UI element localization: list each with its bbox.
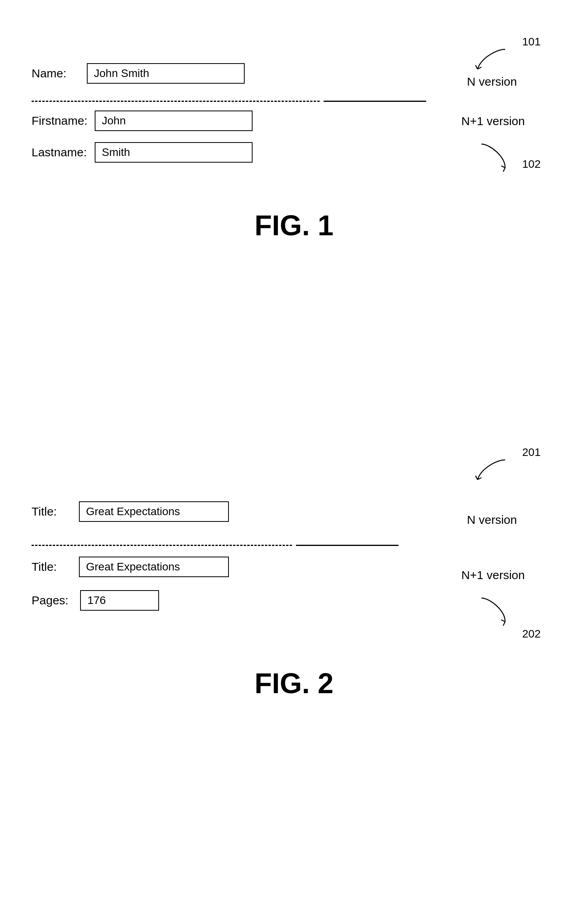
fig2-dashed-divider — [32, 545, 292, 546]
fig1-solid-divider — [324, 101, 426, 102]
name-input-box: John Smith — [87, 63, 245, 84]
lastname-input-box: Smith — [95, 142, 253, 163]
fig1-firstname-row: Firstname: John — [32, 111, 253, 131]
ref-102: 102 — [522, 158, 541, 171]
n-version-label-2: N version — [467, 513, 517, 527]
page: 101 N version Name: John Smith N+1 versi… — [0, 0, 588, 917]
lastname-label: Lastname: — [32, 146, 91, 159]
title-value-2: Great Expectations — [86, 561, 180, 573]
fig2-title-row-n1: Title: Great Expectations — [32, 557, 229, 577]
lastname-value: Smith — [102, 146, 130, 158]
firstname-label: Firstname: — [32, 114, 91, 128]
fig2-solid-divider — [296, 545, 399, 546]
pages-label: Pages: — [32, 594, 68, 607]
ref-101: 101 — [522, 36, 541, 48]
n1-version-label: N+1 version — [461, 114, 525, 128]
arrow-202-icon — [474, 594, 509, 626]
fig1-dashed-divider — [32, 101, 320, 102]
name-value: John Smith — [94, 67, 149, 79]
arrow-201-icon — [474, 456, 509, 484]
fig2-title-row-n: Title: Great Expectations — [32, 501, 229, 522]
pages-value: 176 — [87, 594, 106, 606]
firstname-value: John — [102, 114, 126, 127]
firstname-input-box: John — [95, 111, 253, 131]
title-label-2: Title: — [32, 560, 67, 574]
arrow-101-icon — [474, 45, 509, 73]
fig2-caption: FIG. 2 — [255, 667, 333, 699]
n1-version-label-2: N+1 version — [461, 568, 525, 582]
fig1-caption: FIG. 1 — [255, 209, 333, 242]
pages-input-box: 176 — [80, 590, 159, 611]
title-value-1: Great Expectations — [86, 505, 180, 518]
title-label-1: Title: — [32, 505, 67, 518]
fig1-lastname-row: Lastname: Smith — [32, 142, 253, 163]
title-input-box-1: Great Expectations — [79, 501, 229, 522]
title-input-box-2: Great Expectations — [79, 557, 229, 577]
n-version-label: N version — [467, 75, 517, 88]
ref-201: 201 — [522, 446, 541, 459]
arrow-102-icon — [474, 140, 509, 172]
ref-202: 202 — [522, 628, 541, 640]
name-label: Name: — [32, 67, 75, 80]
fig1-name-row: Name: John Smith — [32, 63, 245, 84]
fig2-pages-row: Pages: 176 — [32, 590, 159, 611]
